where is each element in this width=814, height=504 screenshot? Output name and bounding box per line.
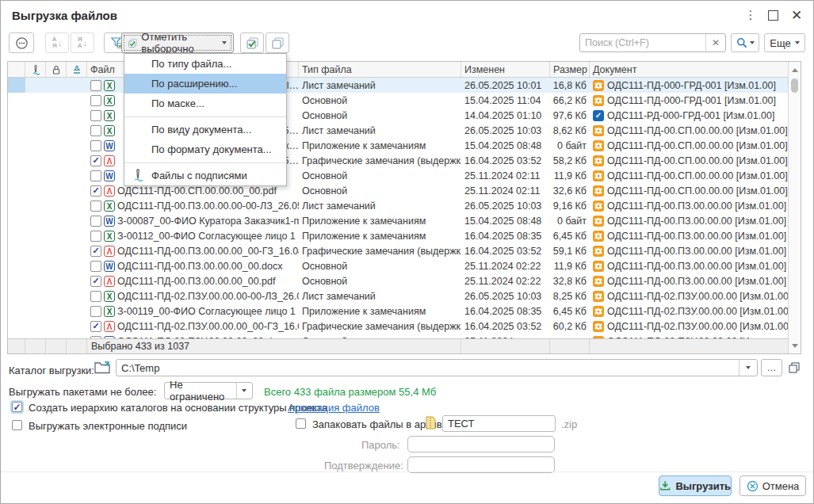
file-checkbox[interactable]: ✓: [90, 155, 101, 166]
scroll-up-button[interactable]: [789, 63, 801, 76]
table-row[interactable]: ✓ΛОДС111-ПД-00.ПЗ.00.00.00_00.pdfОсновно…: [8, 273, 788, 288]
table-row[interactable]: ✓ΛОДС111-ПД-02.ПЗУ.00.00.00_00-ГЗ_16.04.…: [8, 319, 788, 334]
pack-archive-checkbox[interactable]: [296, 418, 306, 429]
more-actions-button[interactable]: [9, 32, 34, 53]
catalog-dropdown-button[interactable]: [739, 360, 757, 376]
choose-folder-icon[interactable]: [94, 360, 111, 375]
scroll-down-button[interactable]: [789, 339, 801, 352]
table-row[interactable]: WЗ-00087_00-ФИО Куратора Заказчик1-прил……: [8, 213, 788, 228]
file-checkbox[interactable]: [90, 125, 101, 136]
stamp-cell: [67, 108, 87, 123]
file-cell: ✓ΛОДС111-ПД-02.ПЗУ.00.00.00_00-ГЗ_16.04.…: [87, 321, 299, 332]
header-size[interactable]: Размер: [550, 62, 590, 77]
pen-cell: [25, 304, 46, 319]
table-row[interactable]: WОДС111-ПД-00.ПЗ.00.00.00_00.docxОсновно…: [8, 258, 788, 273]
mark-selectively-button[interactable]: Отметить выборочно: [121, 32, 234, 53]
check-icon: ✓: [593, 110, 604, 121]
selection-status: Выбрано 433 из 1037: [91, 341, 189, 352]
cancel-button[interactable]: Отмена: [739, 475, 806, 496]
mark-pages-icon: [128, 37, 137, 49]
search-clear-button[interactable]: ✕: [705, 34, 725, 52]
sort-ascending-button: АЯ↓: [45, 32, 69, 53]
window-menu-icon[interactable]: ⋮: [740, 8, 761, 22]
batch-select[interactable]: Не ограничено: [164, 382, 253, 399]
scrollbar-thumb[interactable]: [791, 78, 798, 93]
hierarchy-label: Создать иерархию каталогов на основании …: [29, 402, 327, 414]
archive-name-input[interactable]: [443, 418, 555, 430]
file-checkbox[interactable]: [90, 95, 101, 106]
menu-item-4[interactable]: По виду документа...: [124, 120, 286, 139]
file-checkbox[interactable]: [90, 291, 101, 302]
gear-icon: [593, 261, 604, 272]
table-row[interactable]: XЗ-00112_00-ФИО Согласующее лицо 1 Зак…П…: [8, 228, 788, 243]
document-cell: ОДС111-ПД-00.СП.00.00.00 [Изм.01.00]: [590, 125, 788, 136]
file-checkbox[interactable]: [90, 216, 101, 227]
file-size: 8,62 Кб: [550, 125, 590, 136]
header-indicator[interactable]: [8, 62, 25, 77]
file-type: Основной: [299, 185, 461, 197]
header-stamp[interactable]: [67, 62, 87, 77]
deselect-all-button[interactable]: [266, 32, 289, 53]
password-input[interactable]: [408, 438, 554, 450]
file-checkbox[interactable]: [90, 200, 101, 212]
pen-cell: [25, 108, 46, 123]
file-checkbox[interactable]: [90, 140, 101, 151]
search-button[interactable]: [731, 33, 759, 52]
table-row[interactable]: XЗ-00119_00-ФИО Согласующее лицо 1 Зак…П…: [8, 304, 788, 319]
archive-settings-link[interactable]: Архивация файлов: [288, 402, 380, 414]
file-checkbox[interactable]: [90, 261, 101, 272]
header-lock[interactable]: [46, 62, 67, 77]
more-button[interactable]: Еще: [764, 33, 805, 52]
header-document[interactable]: Документ: [590, 62, 788, 77]
file-checkbox[interactable]: [90, 110, 101, 121]
menu-item-5[interactable]: По формату документа...: [124, 139, 286, 159]
catalog-input[interactable]: [117, 362, 739, 374]
header-modified[interactable]: Изменен: [461, 62, 550, 77]
search-input[interactable]: [580, 37, 705, 48]
menu-item-1[interactable]: По расширению...: [124, 74, 286, 94]
menu-item-label: Файлы с подписями: [151, 170, 247, 181]
catalog-browse-button[interactable]: …: [761, 359, 782, 376]
file-checkbox[interactable]: ✓: [90, 246, 101, 257]
row-indicator: [8, 319, 25, 334]
hierarchy-checkbox[interactable]: ✓: [12, 402, 22, 412]
file-type: Графические замечания (выдержка): [299, 246, 461, 257]
file-checkbox[interactable]: ✓: [90, 185, 101, 197]
doc-file-icon: W: [104, 216, 115, 227]
file-checkbox[interactable]: ✓: [90, 321, 101, 332]
table-row[interactable]: ✓ΛОДС111-ПД-00.ПЗ.00.00.00_00-ГЗ_16.04.2…: [8, 243, 788, 258]
lock-cell: [46, 138, 67, 153]
open-window-button[interactable]: [785, 359, 804, 376]
signature-pen-icon: [132, 169, 144, 184]
signatures-checkbox[interactable]: [12, 420, 22, 430]
file-checkbox[interactable]: ✓: [90, 276, 101, 287]
menu-item-0[interactable]: По типу файла...: [124, 54, 286, 74]
stamp-cell: [67, 93, 87, 108]
confirm-input[interactable]: [408, 459, 554, 471]
file-checkbox[interactable]: [90, 80, 101, 91]
gear-icon: [593, 170, 604, 181]
table-row[interactable]: XОДС111-ПД-00.ПЗ.00.00.00-00-ЛЗ_26.05.25…: [8, 198, 788, 213]
file-checkbox[interactable]: [90, 306, 101, 317]
file-type: Приложение к замечаниям: [299, 306, 461, 317]
modified-date: 16.04.2025 08:35: [461, 306, 550, 317]
export-button[interactable]: Выгрузить: [659, 475, 732, 496]
document-cell: ОДС111-ПД-00.ПЗ.00.00.00 [Изм.01.00]: [590, 246, 788, 257]
file-checkbox[interactable]: [90, 170, 101, 181]
menu-item-7[interactable]: Файлы с подписями: [124, 166, 286, 185]
maximize-button[interactable]: [761, 7, 785, 23]
open-window-icon: [789, 362, 800, 373]
menu-item-2[interactable]: По маске...: [124, 94, 286, 113]
header-type[interactable]: Тип файла: [299, 62, 461, 77]
header-signature[interactable]: [25, 62, 46, 77]
table-row[interactable]: XОДС111-ПД-02.ПЗУ.00.00.00-00-ЛЗ_26.05.……: [8, 288, 788, 304]
file-name: ОДС111-ПД-00.ПЗ.00.00.00_00.pdf: [117, 276, 299, 287]
close-button[interactable]: ✕: [785, 7, 808, 23]
vertical-scrollbar[interactable]: [788, 62, 801, 353]
batch-dropdown-button[interactable]: [236, 383, 252, 399]
select-all-button[interactable]: [240, 32, 264, 53]
document-cell: ОДС111-ПД-000-ГРД-001 [Изм.01.00]: [590, 95, 788, 106]
pdf-file-icon: Λ: [104, 155, 115, 166]
stamp-cell: [67, 213, 87, 228]
file-checkbox[interactable]: [90, 231, 101, 242]
